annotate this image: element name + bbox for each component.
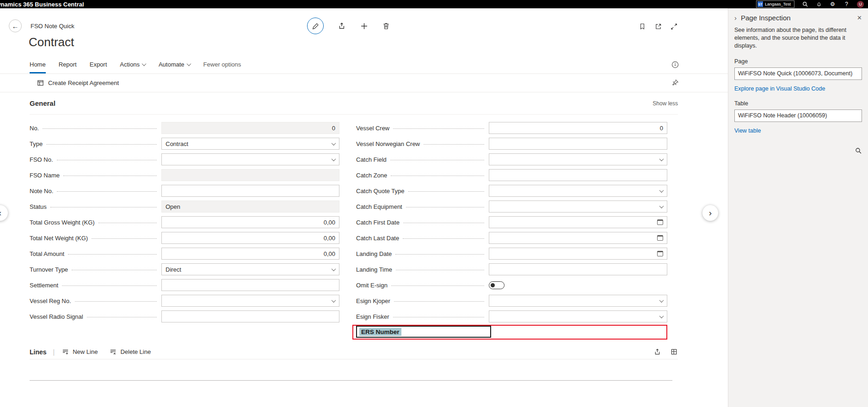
bookmark-icon[interactable]	[638, 22, 646, 30]
field-label: Vessel Reg No.	[30, 298, 75, 304]
chevron-down-icon[interactable]	[332, 157, 336, 161]
catch-field-field[interactable]	[489, 153, 667, 165]
chevron-down-icon[interactable]	[332, 141, 336, 146]
field-label: Vessel Norwegian Crew	[356, 140, 424, 147]
open-in-new-window-icon[interactable]	[654, 22, 662, 30]
general-heading: General	[30, 99, 55, 107]
form-row-vessel-reg-no: Vessel Reg No.	[30, 293, 339, 309]
breadcrumb[interactable]: FSO Note Quick	[31, 23, 74, 30]
dotted-leader	[403, 223, 484, 223]
chevron-down-icon	[186, 61, 191, 66]
chevron-down-icon[interactable]	[659, 204, 664, 208]
calendar-icon[interactable]	[657, 219, 663, 225]
chevron-down-icon[interactable]	[332, 267, 336, 271]
action-toolbar: Create Receipt Agreement	[0, 74, 728, 92]
tab-report[interactable]: Report	[59, 55, 77, 73]
vessel-reg-no-field[interactable]	[161, 295, 339, 307]
notifications-bell-icon[interactable]	[815, 1, 822, 8]
form-row-turnover-type: Turnover TypeDirect	[30, 261, 339, 277]
tab-automate[interactable]: Automate	[159, 55, 191, 73]
form-row-vessel-norwegian-crew: Vessel Norwegian Crew	[356, 136, 667, 152]
show-less-link[interactable]: Show less	[653, 100, 678, 107]
share-icon[interactable]	[338, 22, 346, 30]
dotted-leader	[68, 254, 157, 255]
tab-fewer-options[interactable]: Fewer options	[203, 55, 241, 73]
catch-equipment-field[interactable]	[489, 200, 667, 213]
chevron-down-icon[interactable]	[332, 298, 336, 303]
user-avatar[interactable]: U	[857, 1, 864, 8]
esign-kjoper-field[interactable]	[489, 295, 667, 307]
fit-to-window-icon[interactable]	[670, 22, 678, 30]
form-row-total-net-weight-kg: Total Net Weight (KG)0,00	[30, 230, 339, 246]
calendar-icon[interactable]	[657, 235, 663, 241]
next-record-button[interactable]: ›	[702, 205, 718, 221]
field-label: Type	[30, 140, 46, 147]
fso-no-field[interactable]	[161, 153, 339, 165]
open-in-excel-icon[interactable]	[670, 348, 678, 356]
settlement-field[interactable]	[161, 279, 339, 291]
ers-number-field[interactable]: ERS Number	[356, 326, 491, 338]
edit-button[interactable]	[307, 18, 324, 34]
calendar-icon[interactable]	[657, 251, 663, 256]
pin-icon[interactable]	[672, 79, 679, 88]
esign-fisker-field[interactable]	[489, 310, 667, 322]
delete-line-button[interactable]: Delete Line	[109, 348, 151, 356]
landing-date-field[interactable]	[489, 248, 667, 260]
total-amount-field[interactable]: 0,00	[161, 248, 339, 260]
settings-gear-icon[interactable]: ⚙	[829, 1, 836, 8]
page-value-box: WiFiFSO Note Quick (10006073, Document)	[734, 67, 862, 80]
share-icon[interactable]	[653, 348, 661, 356]
catch-quote-type-field[interactable]	[489, 185, 667, 197]
tab-export[interactable]: Export	[90, 55, 107, 73]
vessel-crew-field[interactable]: 0	[489, 122, 667, 134]
form-row-catch-quote-type: Catch Quote Type	[356, 183, 667, 199]
omit-e-sign-toggle[interactable]	[489, 281, 505, 289]
chevron-down-icon[interactable]	[659, 157, 664, 161]
collapse-panel-chevron-icon[interactable]: ›	[734, 14, 737, 22]
back-button[interactable]: ←	[9, 19, 22, 32]
tab-actions[interactable]: Actions	[120, 55, 146, 73]
field-label: Status	[30, 203, 50, 210]
chevron-down-icon[interactable]	[659, 298, 664, 303]
help-icon[interactable]: ?	[843, 1, 850, 8]
new-document-plus-icon[interactable]	[360, 22, 368, 30]
catch-last-date-field[interactable]	[489, 232, 667, 244]
total-net-weight-kg-field[interactable]: 0,00	[161, 232, 339, 244]
close-icon[interactable]: ✕	[857, 14, 862, 21]
info-icon[interactable]	[671, 61, 679, 70]
field-label: Landing Time	[356, 266, 396, 273]
create-receipt-agreement-button[interactable]: Create Receipt Agreement	[36, 79, 119, 87]
app-root: Dynamics 365 Business Central ST Langaas…	[0, 0, 868, 407]
vessel-radio-signal-field[interactable]	[161, 310, 339, 322]
tab-home[interactable]: Home	[30, 55, 46, 73]
lines-right-icons	[653, 348, 678, 356]
previous-record-button[interactable]: ‹	[0, 205, 8, 221]
form-row-landing-date: Landing Date	[356, 246, 667, 261]
dotted-leader	[391, 286, 484, 286]
new-line-button[interactable]: New Line	[61, 348, 98, 356]
catch-zone-field[interactable]	[489, 169, 667, 181]
field-label: Vessel Radio Signal	[30, 313, 87, 320]
create-receipt-agreement-label: Create Receipt Agreement	[48, 79, 119, 86]
form-row-vessel-radio-signal: Vessel Radio Signal	[30, 309, 339, 324]
field-label: Catch Field	[356, 156, 390, 163]
type-field[interactable]: Contract	[161, 138, 339, 150]
environment-badge[interactable]: ST Langaas_Test	[756, 0, 794, 8]
vessel-norwegian-crew-field[interactable]	[489, 138, 667, 150]
note-no-field[interactable]	[161, 185, 339, 197]
dotted-leader	[57, 191, 157, 192]
search-icon[interactable]	[801, 1, 808, 8]
turnover-type-field[interactable]: Direct	[161, 263, 339, 275]
total-gross-weight-kg-field[interactable]: 0,00	[161, 216, 339, 228]
explore-page-link[interactable]: Explore page in Visual Studio Code	[734, 85, 862, 92]
separator: |	[53, 348, 55, 356]
delete-trash-icon[interactable]	[382, 22, 390, 30]
search-icon[interactable]	[855, 147, 862, 154]
landing-time-field[interactable]	[489, 263, 667, 275]
chevron-down-icon[interactable]	[659, 188, 664, 193]
view-table-link[interactable]: View table	[734, 128, 862, 134]
panel-search	[734, 147, 862, 154]
chevron-down-icon[interactable]	[659, 314, 664, 318]
catch-first-date-field[interactable]	[489, 216, 667, 228]
field-value: 0,00	[324, 219, 335, 226]
